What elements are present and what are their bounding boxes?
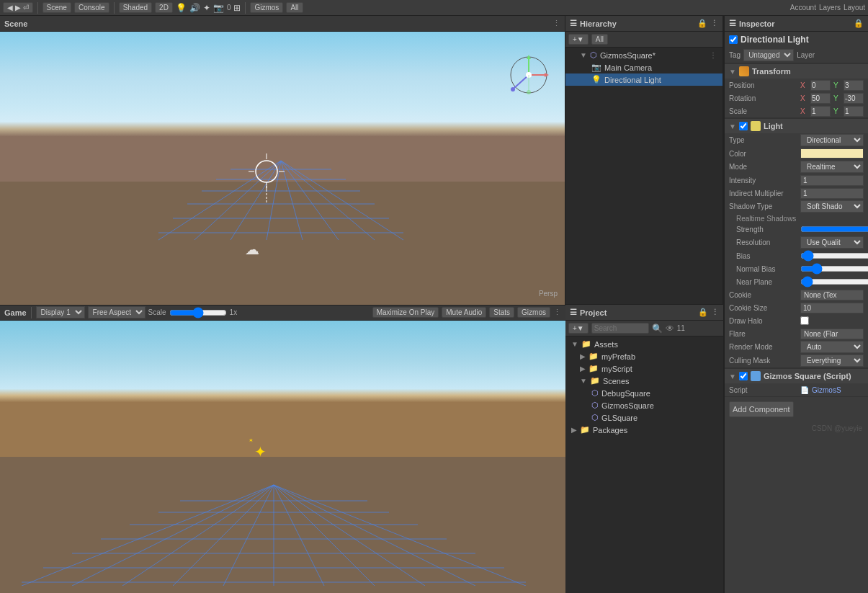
grid-icon[interactable]: ⊞ xyxy=(233,3,241,13)
strength-label: Strength xyxy=(729,226,797,233)
scale-slider[interactable] xyxy=(169,309,227,316)
mode-label: Mode xyxy=(729,163,797,171)
strength-slider[interactable] xyxy=(800,226,868,233)
project-add-btn[interactable]: +▼ xyxy=(568,323,589,334)
gizmossquare-label: GizmosSquare* xyxy=(600,51,656,60)
mute-btn[interactable]: Mute Audio xyxy=(442,307,486,318)
cloud-icon: ☁ xyxy=(245,241,259,258)
rot-x-input[interactable] xyxy=(810,93,831,104)
tag-layer-row: Tag Untagged Layer xyxy=(725,48,868,63)
project-item-assets[interactable]: ▼ 📁 Assets xyxy=(565,338,723,350)
hierarchy-item-maincamera[interactable]: 📷 Main Camera xyxy=(565,61,722,73)
2d-btn[interactable]: 2D xyxy=(155,2,173,13)
svg-point-29 xyxy=(527,90,531,94)
script-value[interactable]: GizmosS xyxy=(812,386,841,394)
rot-y-input[interactable] xyxy=(844,93,864,104)
project-item-debugsquare[interactable]: ⬡ DebugSquare xyxy=(565,387,723,399)
script-enable-checkbox[interactable] xyxy=(739,372,748,380)
tag-select[interactable]: Untagged xyxy=(743,49,794,61)
pos-y-input[interactable] xyxy=(844,80,864,91)
normalbias-slider[interactable] xyxy=(800,265,868,272)
drawhalo-checkbox[interactable] xyxy=(800,316,809,325)
project-item-myscript[interactable]: ▶ 📁 myScript xyxy=(565,362,723,375)
project-content: ▼ 📁 Assets ▶ 📁 myPrefab ▶ 📁 myScr xyxy=(565,336,723,593)
camera-icon[interactable]: 📷 xyxy=(213,3,224,13)
type-select[interactable]: Directional xyxy=(800,134,864,146)
project-item-glsquare[interactable]: ⬡ GLSquare xyxy=(565,411,723,424)
intensity-input[interactable] xyxy=(800,175,864,186)
resolution-select[interactable]: Use Qualit xyxy=(800,236,864,249)
script-section: ▼ Gizmos Square (Script) Script 📄 Gizmos… xyxy=(725,368,868,397)
gizmos-btn[interactable]: Gizmos xyxy=(250,2,283,13)
project-item-packages[interactable]: ▶ 📁 Packages xyxy=(565,424,723,436)
hierarchy-item-gizmossquare[interactable]: ▼ ⬡ GizmosSquare* ⋮ xyxy=(565,49,722,61)
display-select[interactable]: Display 1 xyxy=(36,306,85,318)
scale-x-input[interactable] xyxy=(810,106,831,117)
cookiesize-input[interactable] xyxy=(800,303,864,313)
transform-header[interactable]: ▼ Transform xyxy=(725,63,868,79)
light-enable-checkbox[interactable] xyxy=(739,122,748,130)
hierarchy-all-btn[interactable]: All xyxy=(591,34,608,45)
svg-point-26 xyxy=(511,87,515,92)
indirect-input[interactable] xyxy=(800,188,864,199)
scene-tab-btn[interactable]: ◀ ▶ ⏎ xyxy=(3,2,33,13)
shaded-btn[interactable]: Shaded xyxy=(119,2,152,13)
flare-val: None (Flar xyxy=(800,329,864,339)
fx-icon[interactable]: ✦ xyxy=(203,3,210,13)
scale-y-input[interactable] xyxy=(844,106,864,117)
project-item-gizmossquare[interactable]: ⬡ GizmosSquare xyxy=(565,399,723,411)
all-btn[interactable]: All xyxy=(286,2,303,13)
add-component-btn[interactable]: Add Component xyxy=(729,401,794,417)
sep3 xyxy=(245,2,246,14)
persp-label: Persp xyxy=(539,290,558,298)
project-search-icon[interactable]: 🔍 xyxy=(652,324,663,334)
maximize-btn[interactable]: Maximize On Play xyxy=(372,307,439,318)
game-tab-label[interactable]: Game xyxy=(4,308,27,317)
project-lock-icon[interactable]: 🔒 xyxy=(698,308,708,317)
game-gizmos-btn[interactable]: Gizmos xyxy=(517,307,550,318)
script-header[interactable]: ▼ Gizmos Square (Script) xyxy=(725,368,868,383)
rendermode-select[interactable]: Auto xyxy=(800,341,864,353)
aspect-select[interactable]: Free Aspect xyxy=(88,306,146,318)
hierarchy-more-icon[interactable]: ⋮ xyxy=(710,19,718,28)
scene-more-icon[interactable]: ⋮ xyxy=(552,19,560,28)
pos-x-input[interactable] xyxy=(810,80,831,91)
nearplane-slider[interactable] xyxy=(800,278,868,285)
project-panel: ☰ Project 🔒 ⋮ +▼ 🔍 👁 11 xyxy=(565,305,723,593)
scene-content[interactable]: Persp ☁ xyxy=(0,32,565,305)
resolution-row: Resolution Use Qualit xyxy=(725,236,868,249)
console-tab[interactable]: Console xyxy=(74,2,109,13)
shadow-select[interactable]: Soft Shado xyxy=(800,200,864,213)
scene-tab-label[interactable]: Scene xyxy=(4,19,27,28)
project-item-myprefab[interactable]: ▶ 📁 myPrefab xyxy=(565,350,723,362)
lighting-icon[interactable]: 💡 xyxy=(176,3,187,13)
scene-gizmo-axes[interactable] xyxy=(507,53,550,97)
mode-select[interactable]: Realtime xyxy=(800,161,864,173)
assets-folder-icon: 📁 xyxy=(581,339,591,349)
hierarchy-scene-more[interactable]: ⋮ xyxy=(710,51,717,59)
hierarchy-add-btn[interactable]: +▼ xyxy=(568,34,589,45)
cullingmask-select[interactable]: Everything xyxy=(800,355,864,367)
game-more-icon[interactable]: ⋮ xyxy=(553,308,561,317)
object-active-checkbox[interactable] xyxy=(729,35,738,44)
project-eye-icon[interactable]: 👁 xyxy=(666,324,674,334)
project-more-icon[interactable]: ⋮ xyxy=(711,308,719,317)
light-header[interactable]: ▼ Light xyxy=(725,118,868,133)
game-content[interactable]: ✦ ✶ xyxy=(0,321,565,594)
hierarchy-item-directionallight[interactable]: 💡 Directional Light xyxy=(565,73,722,86)
inspector-lock-icon[interactable]: 🔒 xyxy=(854,19,864,28)
project-search[interactable] xyxy=(591,323,649,334)
stats-btn[interactable]: Stats xyxy=(489,307,514,318)
color-swatch[interactable] xyxy=(800,148,864,159)
assets-label: Assets xyxy=(594,340,618,349)
bias-slider[interactable] xyxy=(800,252,868,259)
inspector-panel: ☰ Inspector 🔒 Directional Light Tag xyxy=(724,16,868,593)
svg-line-11 xyxy=(281,161,339,240)
object-name: Directional Light xyxy=(741,35,809,45)
project-item-scenes[interactable]: ▼ 📁 Scenes xyxy=(565,375,723,387)
sound-icon[interactable]: 🔊 xyxy=(189,3,200,13)
svg-line-37 xyxy=(22,485,274,586)
gizmossquare-scene-icon: ⬡ xyxy=(591,401,599,410)
scene-tab[interactable]: Scene xyxy=(42,2,71,13)
hierarchy-lock-icon[interactable]: 🔒 xyxy=(697,19,707,28)
